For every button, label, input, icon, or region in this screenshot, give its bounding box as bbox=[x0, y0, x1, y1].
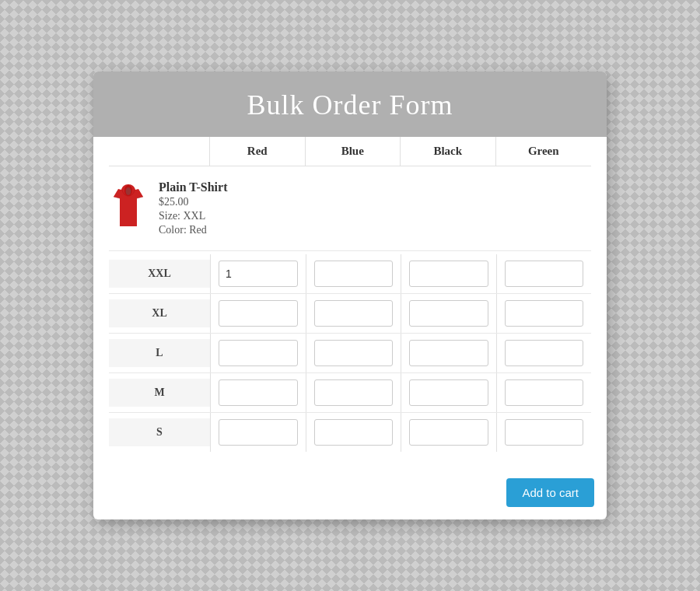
product-thumbnail bbox=[109, 180, 148, 231]
card-footer: Add to cart bbox=[93, 467, 607, 519]
qty-cell-l-black bbox=[401, 334, 496, 372]
product-name: Plain T-Shirt bbox=[159, 180, 227, 194]
qty-cell-m-green bbox=[496, 373, 592, 412]
bulk-order-form-card: Bulk Order Form Red Blue Black Green bbox=[93, 72, 607, 519]
qty-input-l-black[interactable] bbox=[409, 340, 488, 366]
qty-cell-m-red bbox=[210, 373, 306, 412]
qty-cell-xl-red bbox=[210, 294, 306, 333]
qty-input-s-green[interactable] bbox=[505, 419, 584, 446]
product-size: Size: XXL bbox=[159, 210, 227, 222]
qty-input-s-blue[interactable] bbox=[314, 419, 394, 446]
size-label-l: L bbox=[109, 339, 210, 367]
qty-cell-xl-green bbox=[496, 294, 592, 333]
size-label-s: S bbox=[109, 418, 210, 446]
form-body: Red Blue Black Green bbox=[93, 137, 607, 467]
form-title: Bulk Order Form bbox=[109, 89, 591, 121]
color-header-row: Red Blue Black Green bbox=[109, 137, 591, 166]
size-label-xl: XL bbox=[109, 299, 210, 327]
qty-input-xl-green[interactable] bbox=[505, 300, 584, 327]
qty-cell-xxl-red bbox=[210, 254, 306, 293]
qty-cell-l-red bbox=[210, 334, 306, 372]
qty-cell-s-red bbox=[210, 413, 306, 452]
qty-input-m-green[interactable] bbox=[505, 379, 584, 406]
product-image-icon bbox=[110, 183, 146, 229]
size-row-l: L bbox=[109, 334, 591, 373]
header-color-green: Green bbox=[496, 137, 592, 166]
qty-cell-xl-black bbox=[401, 294, 496, 333]
qty-input-m-red[interactable] bbox=[219, 379, 298, 406]
qty-input-l-blue[interactable] bbox=[314, 340, 394, 366]
qty-input-xxl-blue[interactable] bbox=[314, 261, 394, 287]
qty-cell-m-blue bbox=[306, 373, 401, 412]
qty-input-xl-red[interactable] bbox=[219, 300, 298, 327]
qty-cell-s-blue bbox=[306, 413, 401, 452]
qty-cell-s-black bbox=[401, 413, 496, 452]
size-row-m: M bbox=[109, 373, 591, 413]
size-row-s: S bbox=[109, 413, 591, 452]
qty-cell-xl-blue bbox=[306, 294, 401, 333]
qty-input-s-red[interactable] bbox=[219, 419, 298, 446]
header-empty-cell bbox=[109, 137, 210, 166]
product-details: Plain T-Shirt $25.00 Size: XXL Color: Re… bbox=[159, 180, 227, 236]
qty-input-xxl-green[interactable] bbox=[505, 261, 584, 287]
qty-input-xxl-black[interactable] bbox=[409, 261, 488, 287]
product-info-row: Plain T-Shirt $25.00 Size: XXL Color: Re… bbox=[109, 166, 591, 251]
header-color-red: Red bbox=[210, 137, 306, 166]
qty-input-xxl-red[interactable] bbox=[219, 261, 298, 287]
size-label-xxl: XXL bbox=[109, 260, 210, 288]
size-label-m: M bbox=[109, 379, 210, 407]
qty-input-m-black[interactable] bbox=[409, 379, 488, 406]
qty-cell-xxl-blue bbox=[306, 254, 401, 293]
qty-cell-s-green bbox=[496, 413, 592, 452]
add-to-cart-button[interactable]: Add to cart bbox=[506, 478, 594, 507]
qty-cell-xxl-green bbox=[496, 254, 592, 293]
qty-input-l-red[interactable] bbox=[219, 340, 298, 366]
qty-input-s-black[interactable] bbox=[409, 419, 488, 446]
svg-point-1 bbox=[126, 187, 131, 195]
header-color-black: Black bbox=[401, 137, 496, 166]
qty-cell-xxl-black bbox=[401, 254, 496, 293]
product-price: $25.00 bbox=[159, 196, 227, 208]
qty-input-m-blue[interactable] bbox=[314, 379, 394, 406]
size-rows: XXL XL bbox=[109, 254, 591, 452]
qty-cell-m-black bbox=[401, 373, 496, 412]
form-header: Bulk Order Form bbox=[93, 72, 607, 137]
qty-input-xl-blue[interactable] bbox=[314, 300, 394, 327]
size-row-xl: XL bbox=[109, 294, 591, 334]
qty-cell-l-green bbox=[496, 334, 592, 372]
product-color: Color: Red bbox=[159, 224, 227, 236]
qty-input-l-green[interactable] bbox=[505, 340, 584, 366]
header-color-blue: Blue bbox=[306, 137, 401, 166]
qty-cell-l-blue bbox=[306, 334, 401, 372]
size-row-xxl: XXL bbox=[109, 254, 591, 294]
qty-input-xl-black[interactable] bbox=[409, 300, 488, 327]
